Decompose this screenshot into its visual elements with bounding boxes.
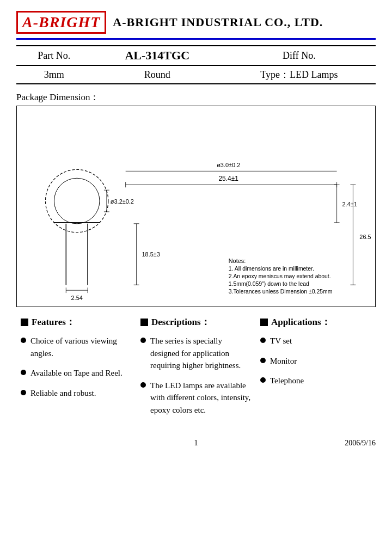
description-text-1: The series is specially designed for app… xyxy=(150,335,252,372)
feature-item-2: Available on Tape and Reel. xyxy=(21,367,132,379)
svg-text:1.5mm(0.059") down to the lead: 1.5mm(0.059") down to the lead xyxy=(229,281,309,287)
application-bullet-1 xyxy=(260,338,266,343)
feature-bullet-1 xyxy=(21,338,26,343)
type-value: Type：LED Lamps xyxy=(223,65,376,84)
applications-bullet-icon xyxy=(260,319,268,326)
description-text-2: The LED lamps are available with differe… xyxy=(150,379,252,417)
svg-point-1 xyxy=(54,178,100,224)
part-no-label: Part No. xyxy=(16,46,92,65)
features-column: Features： Choice of various viewing angl… xyxy=(16,316,136,424)
footer: 1 2006/9/16 xyxy=(16,434,376,448)
part-info-table: Part No. AL-314TGC Diff No. 3mm Round Ty… xyxy=(16,45,376,84)
svg-text:25.4±1: 25.4±1 xyxy=(218,175,238,182)
feature-bullet-3 xyxy=(21,390,26,395)
applications-header: Applications： xyxy=(260,316,371,328)
svg-text:26.5: 26.5 xyxy=(359,234,371,240)
application-item-2: Monitor xyxy=(260,355,371,368)
application-item-1: TV set xyxy=(260,335,371,347)
feature-bullet-2 xyxy=(21,370,26,375)
applications-column: Applications： TV set Monitor Telephone xyxy=(256,316,376,424)
led-diagram: 25.4±1 ø3.2±0.2 2.4±1 2.54 18.5±3 ø3.0±0… xyxy=(17,106,375,307)
svg-text:2.54: 2.54 xyxy=(71,295,83,301)
description-item-1: The series is specially designed for app… xyxy=(140,335,252,372)
description-item-2: The LED lamps are available with differe… xyxy=(140,379,252,417)
descriptions-title: Descriptions： xyxy=(151,316,210,328)
logo: A-BRIGHT xyxy=(16,11,106,34)
svg-text:2.4±1: 2.4±1 xyxy=(342,201,357,207)
svg-text:3.Tolerances unless Dimension : 3.Tolerances unless Dimension ±0.25mm xyxy=(229,289,333,295)
svg-text:1. All dimensions are in milli: 1. All dimensions are in millimeter. xyxy=(229,266,314,272)
diff-label: Diff No. xyxy=(223,46,376,65)
application-text-3: Telephone xyxy=(270,375,304,387)
application-text-1: TV set xyxy=(270,335,292,347)
application-item-3: Telephone xyxy=(260,375,371,387)
header-divider xyxy=(16,38,376,40)
header-section: A-BRIGHT A-BRIGHT INDUSTRIAL CO., LTD. xyxy=(16,11,376,34)
description-bullet-2 xyxy=(140,382,146,388)
application-bullet-2 xyxy=(260,358,266,363)
fda-section: Features： Choice of various viewing angl… xyxy=(16,316,376,424)
features-title: Features： xyxy=(32,316,75,328)
part-no-value: AL-314TGC xyxy=(92,46,223,65)
descriptions-header: Descriptions： xyxy=(140,316,252,328)
page-number: 1 xyxy=(136,439,256,448)
feature-item-3: Reliable and robust. xyxy=(21,387,132,400)
descriptions-column: Descriptions： The series is specially de… xyxy=(136,316,256,424)
features-bullet-icon xyxy=(21,319,28,326)
shape-value: Round xyxy=(92,65,223,84)
descriptions-bullet-icon xyxy=(140,319,148,326)
svg-text:18.5±3: 18.5±3 xyxy=(142,251,160,258)
svg-text:ø3.2±0.2: ø3.2±0.2 xyxy=(111,198,134,205)
description-bullet-1 xyxy=(140,338,146,343)
size-value: 3mm xyxy=(16,65,92,84)
feature-text-1: Choice of various viewing angles. xyxy=(30,335,132,359)
svg-text:Notes:: Notes: xyxy=(229,258,246,264)
feature-text-2: Available on Tape and Reel. xyxy=(30,367,122,379)
application-bullet-3 xyxy=(260,377,266,383)
svg-text:2.An epoxy meniscus may extend: 2.An epoxy meniscus may extend about. xyxy=(229,273,331,279)
diagram-box: 25.4±1 ø3.2±0.2 2.4±1 2.54 18.5±3 ø3.0±0… xyxy=(16,106,376,307)
package-label: Package Dimension： xyxy=(16,91,376,103)
company-name: A-BRIGHT INDUSTRIAL CO., LTD. xyxy=(113,15,323,29)
footer-date: 2006/9/16 xyxy=(256,439,376,448)
features-header: Features： xyxy=(21,316,132,328)
application-text-2: Monitor xyxy=(270,355,297,368)
feature-text-3: Reliable and robust. xyxy=(30,387,96,400)
svg-text:ø3.0±0.2: ø3.0±0.2 xyxy=(217,162,240,168)
feature-item-1: Choice of various viewing angles. xyxy=(21,335,132,359)
applications-title: Applications： xyxy=(271,316,330,328)
